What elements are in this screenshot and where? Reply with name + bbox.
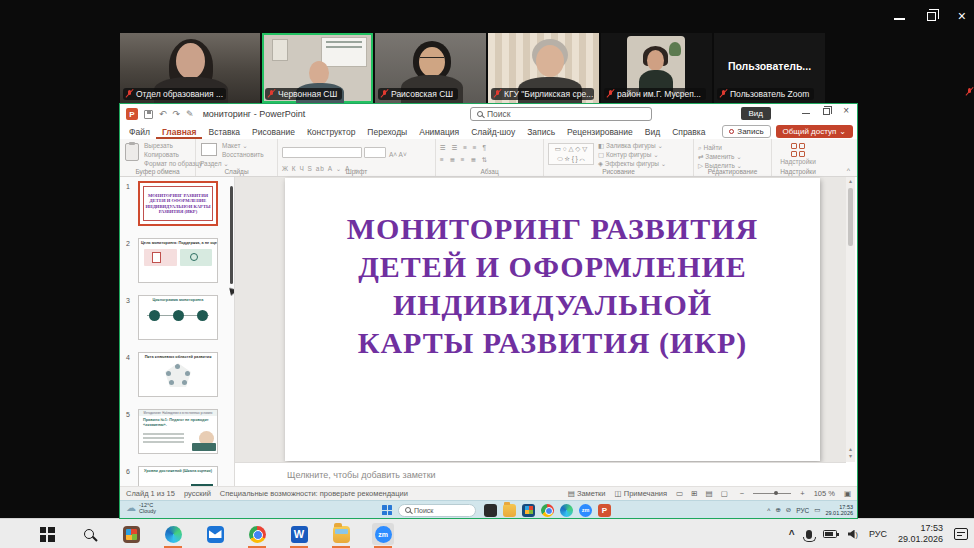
store-icon[interactable] <box>522 504 535 517</box>
tab-design[interactable]: Конструктор <box>301 124 361 139</box>
accessibility-checker[interactable]: Специальные возможности: проверьте реком… <box>220 489 408 498</box>
list-indent-icons[interactable]: ☰ ☰ ≡ ≡ ¶ <box>440 143 539 152</box>
powerpoint-logo-icon[interactable]: P <box>126 108 138 120</box>
close-icon[interactable]: × <box>843 106 849 116</box>
section-button[interactable]: Раздел ⌄ <box>200 159 273 168</box>
scrollbar-thumb[interactable] <box>848 188 853 246</box>
participant-tile-no-video[interactable]: Пользователь... Пользователь Zoom <box>714 33 825 103</box>
clock[interactable]: 17:5329.01.2026 <box>898 523 943 545</box>
paste-icon[interactable] <box>125 143 139 161</box>
replace-button[interactable]: ⇄ Заменить ⌄ <box>698 152 767 161</box>
find-button[interactable]: ⌕ Найти <box>698 143 767 152</box>
new-slide-icon[interactable] <box>201 143 217 156</box>
undo-icon[interactable]: ↶ <box>159 109 167 119</box>
weather-widget[interactable]: ☁ -12°CCloudy <box>126 502 156 514</box>
addins-button[interactable]: Надстройки <box>776 157 820 166</box>
fit-slide-icon[interactable]: ▣ <box>844 489 851 498</box>
task-view-icon[interactable] <box>484 504 497 517</box>
minimize-icon[interactable] <box>894 18 905 20</box>
participant-tile[interactable]: Отдел образования ... <box>120 33 260 103</box>
hidden-icons-chevron[interactable]: ^ <box>789 529 795 540</box>
edge-icon[interactable] <box>560 504 573 517</box>
view-buttons[interactable]: ▭ ⊞ ▤ ▢ <box>676 489 731 498</box>
save-icon[interactable] <box>144 110 153 119</box>
participant-tile[interactable]: КГУ "Бирликская сре... <box>488 33 599 103</box>
zoom-view-options-button[interactable]: Вид <box>741 107 771 120</box>
mail-button[interactable] <box>204 523 226 545</box>
share-button[interactable]: Общий доступ⌄ <box>776 125 853 138</box>
current-slide-canvas[interactable]: МОНИТОРИНГ РАЗВИТИЯ ДЕТЕЙ И ОФОРМЛЕНИЕ И… <box>285 178 820 461</box>
zoom-level[interactable]: 105 % <box>814 489 835 498</box>
next-slide-icon[interactable]: ▾ <box>849 453 852 460</box>
tab-slideshow[interactable]: Слайд-шоу <box>465 124 521 139</box>
slide-thumbnail-2[interactable]: Цель мониторинга: Поддержка, а не оценка <box>138 238 218 283</box>
editor-scrollbar[interactable]: ▴ ▴▾ <box>846 177 855 462</box>
tab-home[interactable]: Главная <box>156 124 203 139</box>
comments-toggle[interactable]: ◫ Примечания <box>615 489 667 498</box>
network-icon[interactable]: ⊕ <box>775 506 780 514</box>
touch-mode-icon[interactable]: ✎ <box>186 109 194 119</box>
participant-tile[interactable]: район им.Г. Мусреп... <box>601 33 712 103</box>
zoom-slider[interactable] <box>753 493 791 494</box>
restore-icon[interactable] <box>927 12 936 21</box>
speaker-icon[interactable]: ) <box>848 530 858 539</box>
tab-animations[interactable]: Анимация <box>413 124 465 139</box>
tab-transitions[interactable]: Переходы <box>361 124 413 139</box>
word-button[interactable]: W <box>288 523 310 545</box>
start-button[interactable] <box>382 505 392 515</box>
slide-thumbnail-5[interactable]: Методология: Наблюдение в естественных у… <box>138 409 218 454</box>
notification-center-icon[interactable] <box>954 528 968 540</box>
font-size-select[interactable] <box>364 147 386 158</box>
file-explorer-icon[interactable] <box>503 504 516 517</box>
start-button[interactable] <box>36 523 58 545</box>
addins-icon[interactable] <box>791 143 805 157</box>
zoom-in-icon[interactable]: + <box>800 489 804 498</box>
powerpoint-icon[interactable]: P <box>598 504 611 517</box>
participant-tile[interactable]: Раисовская СШ <box>375 33 486 103</box>
hidden-icons-chevron[interactable]: ^ <box>767 507 770 514</box>
tab-record[interactable]: Запись <box>521 124 561 139</box>
language-indicator[interactable]: РУС <box>869 529 887 539</box>
font-name-select[interactable] <box>282 147 362 158</box>
align-icons[interactable]: ≡ ≣ ≡ ≣ ⇅ <box>440 155 539 164</box>
taskbar-search[interactable]: Поиск <box>398 504 476 517</box>
thumbnail-panel-scrollbar[interactable] <box>230 186 233 284</box>
tab-review[interactable]: Рецензирование <box>561 124 639 139</box>
zoom-app-icon[interactable]: zm <box>579 504 592 517</box>
previous-slide-icon[interactable]: ▴ <box>849 446 852 453</box>
chrome-button[interactable] <box>246 523 268 545</box>
battery-icon[interactable] <box>823 530 837 538</box>
language-indicator[interactable]: РУС <box>796 507 809 514</box>
file-explorer-button[interactable] <box>330 523 352 545</box>
zoom-app-button[interactable]: zm <box>372 523 394 545</box>
close-icon[interactable]: × <box>958 9 966 23</box>
slide-thumbnail-3[interactable]: Циклограмма мониторинга <box>138 295 218 340</box>
mute-icon[interactable]: ⊘ <box>786 506 791 514</box>
display-icon[interactable]: ▭ <box>814 506 820 514</box>
shapes-gallery[interactable]: ▭ ○ △ ◇ ▽⬭ ☆ { } ⌒ <box>548 143 594 165</box>
participant-tile-active-speaker[interactable]: Червонная СШ <box>262 33 373 103</box>
language-indicator[interactable]: русский <box>184 489 211 498</box>
store-button[interactable] <box>120 523 142 545</box>
slide-thumbnail-6[interactable]: Уровни достижений (Шкала оценки) <box>138 466 218 486</box>
edge-button[interactable] <box>162 523 184 545</box>
notes-pane[interactable]: Щелкните, чтобы добавить заметки <box>235 462 846 486</box>
taskbar-search-button[interactable] <box>78 523 100 545</box>
search-input[interactable]: Поиск <box>470 107 652 121</box>
tab-draw[interactable]: Рисование <box>246 124 301 139</box>
tab-insert[interactable]: Вставка <box>202 124 246 139</box>
restore-icon[interactable] <box>823 108 830 115</box>
tab-file[interactable]: Файл <box>123 124 156 139</box>
tab-view[interactable]: Вид <box>639 124 666 139</box>
zoom-out-icon[interactable]: − <box>740 489 744 498</box>
notes-toggle[interactable]: ▤ Заметки <box>568 489 606 498</box>
collapse-ribbon-icon[interactable]: ^ <box>847 167 850 174</box>
record-button[interactable]: Запись <box>722 125 770 138</box>
slide-thumbnail-4[interactable]: Пять ключевых областей развития <box>138 352 218 397</box>
scroll-up-icon[interactable]: ▴ <box>849 177 852 184</box>
font-grow-shrink-icons[interactable]: A˄ A˅ <box>389 151 407 158</box>
slide-title-textbox[interactable]: МОНИТОРИНГ РАЗВИТИЯ ДЕТЕЙ И ОФОРМЛЕНИЕ И… <box>285 210 820 362</box>
microphone-icon[interactable] <box>806 530 812 539</box>
minimize-icon[interactable] <box>802 113 810 115</box>
slide-thumbnail-1[interactable]: МОНИТОРИНГ РАЗВИТИЯ ДЕТЕЙ И ОФОРМЛЕНИЕ И… <box>138 181 218 226</box>
